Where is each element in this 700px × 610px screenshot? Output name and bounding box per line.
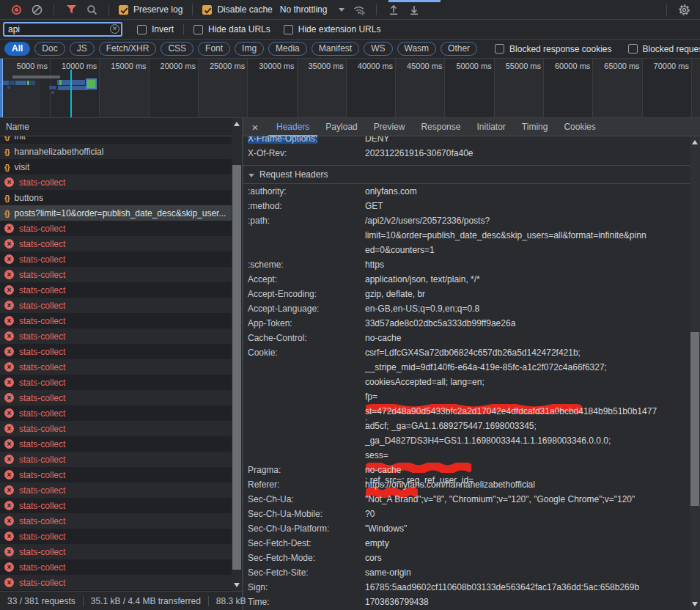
request-row[interactable]: {}posts?limit=10&order=publish_date_desc…: [0, 205, 232, 221]
request-row[interactable]: ×stats-collect: [0, 390, 232, 405]
header-row: :authority:onlyfans.com: [243, 184, 690, 199]
filter-input[interactable]: [3, 22, 122, 37]
header-row: :method:GET: [243, 199, 690, 213]
request-row[interactable]: ×stats-collect: [0, 452, 232, 467]
filter-pill-media[interactable]: Media: [268, 42, 307, 56]
invert-checkbox[interactable]: Invert: [137, 24, 174, 34]
tab-preview[interactable]: Preview: [366, 118, 413, 136]
settings-gear-icon[interactable]: [677, 3, 690, 16]
scroll-down-icon[interactable]: [692, 602, 698, 606]
request-row[interactable]: ×stats-collect: [0, 236, 232, 251]
close-icon[interactable]: ×: [249, 121, 261, 133]
filter-pill-manifest[interactable]: Manifest: [312, 42, 359, 56]
search-icon[interactable]: [85, 3, 98, 16]
record-icon[interactable]: [10, 3, 23, 16]
request-row[interactable]: ×stats-collect: [0, 575, 232, 590]
hide-data-urls-checkbox[interactable]: Hide data URLs: [194, 24, 270, 34]
header-value: cors: [365, 551, 690, 565]
header-value-line: DENY: [365, 136, 690, 146]
request-row[interactable]: ×stats-collect: [0, 375, 232, 390]
scrollbar-thumb[interactable]: [232, 165, 241, 570]
request-row[interactable]: ×stats-collect: [0, 221, 232, 236]
request-row[interactable]: ×stats-collect: [0, 405, 232, 421]
timeline-overview[interactable]: 5000 ms10000 ms15000 ms20000 ms25000 ms3…: [0, 59, 700, 118]
request-row[interactable]: ×stats-collect: [0, 174, 232, 190]
request-name: stats-collect: [19, 378, 65, 388]
filter-pill-js[interactable]: JS: [70, 42, 95, 56]
hide-extension-urls-checkbox[interactable]: Hide extension URLs: [284, 24, 381, 34]
timeline-gridline: [691, 59, 692, 117]
blocked-response-cookies-checkbox[interactable]: Blocked response cookies: [495, 44, 611, 54]
request-row[interactable]: ×stats-collect: [0, 544, 232, 559]
request-row[interactable]: ×stats-collect: [0, 298, 232, 313]
request-row[interactable]: ×stats-collect: [0, 482, 232, 498]
header-value-line: __stripe_mid=9df140f6-e64a-419e-85fc-a1c…: [365, 360, 690, 375]
tab-cookies[interactable]: Cookies: [556, 118, 603, 136]
selected-time-cursor: [70, 70, 72, 118]
request-row[interactable]: ×stats-collect: [0, 328, 232, 344]
clear-icon[interactable]: [30, 3, 43, 16]
request-row[interactable]: ×stats-collect: [0, 359, 232, 375]
header-value: no-cache: [365, 463, 690, 477]
failed-icon: ×: [4, 485, 14, 495]
request-row[interactable]: {}buttons: [0, 190, 232, 205]
request-row[interactable]: ×stats-collect: [0, 313, 232, 328]
header-name: Accept-Encoding:: [248, 287, 365, 301]
request-row[interactable]: {}hannahelizabethofficial: [0, 144, 232, 159]
header-value: "Windows": [365, 521, 690, 536]
tab-payload[interactable]: Payload: [317, 118, 365, 136]
filter-icon[interactable]: [65, 3, 78, 16]
header-value-line: 33d57ade8c02dbc5a333db99ff9ae26a: [365, 316, 690, 331]
request-row[interactable]: ×stats-collect: [0, 498, 232, 513]
preserve-log-checkbox[interactable]: Preserve log: [119, 4, 183, 15]
clear-filter-icon[interactable]: ✕: [110, 24, 119, 34]
name-column-header[interactable]: Name: [0, 118, 232, 136]
filter-pill-all[interactable]: All: [4, 42, 30, 56]
filter-pill-font[interactable]: Font: [198, 42, 230, 56]
network-conditions-icon[interactable]: [353, 3, 366, 16]
timeline-tick-label: 10000 ms: [62, 62, 97, 70]
request-row[interactable]: ×stats-collect: [0, 267, 232, 282]
blocked-requests-checkbox[interactable]: Blocked requests: [628, 44, 700, 54]
scroll-up-icon[interactable]: [234, 122, 240, 126]
filter-pill-other[interactable]: Other: [441, 42, 477, 56]
request-row[interactable]: {}init: [0, 136, 232, 144]
request-row[interactable]: ×stats-collect: [0, 513, 232, 529]
filter-pill-doc[interactable]: Doc: [34, 42, 65, 56]
request-row[interactable]: ×stats-collect: [0, 251, 232, 267]
overview-drag-handle[interactable]: [0, 59, 3, 118]
request-row[interactable]: ×stats-collect: [0, 436, 232, 452]
scroll-down-icon[interactable]: [234, 583, 240, 587]
tab-response[interactable]: Response: [413, 118, 468, 136]
checkbox-icon: [284, 25, 293, 34]
disable-cache-checkbox[interactable]: Disable cache: [202, 4, 272, 15]
scroll-up-icon[interactable]: [692, 140, 698, 144]
filter-pill-img[interactable]: Img: [235, 42, 264, 56]
export-har-icon[interactable]: [408, 3, 421, 16]
filter-pill-css[interactable]: CSS: [161, 42, 194, 56]
tab-headers[interactable]: Headers: [268, 118, 317, 136]
request-row[interactable]: ×stats-collect: [0, 344, 232, 359]
details-scrollbar[interactable]: [690, 136, 700, 610]
header-name: App-Token:: [248, 316, 365, 331]
request-row[interactable]: ×stats-collect: [0, 467, 232, 482]
filter-pill-fetch-xhr[interactable]: Fetch/XHR: [99, 42, 157, 56]
request-name: hannahelizabethofficial: [15, 147, 104, 157]
request-row[interactable]: ×stats-collect: [0, 529, 232, 544]
import-har-icon[interactable]: [387, 3, 400, 16]
request-headers-section-header[interactable]: Request Headers: [243, 165, 690, 184]
request-list-scrollbar[interactable]: [232, 118, 242, 591]
tab-timing[interactable]: Timing: [514, 118, 556, 136]
request-row[interactable]: ×stats-collect: [0, 282, 232, 298]
throttling-select[interactable]: No throttling: [280, 4, 345, 15]
request-row[interactable]: {}visit: [0, 159, 232, 174]
request-row[interactable]: ×stats-collect: [0, 421, 232, 436]
request-row[interactable]: ×stats-collect: [0, 559, 232, 575]
failed-icon: ×: [4, 439, 14, 449]
header-value-text: csrf=LdfcGX4Sa72db06824c657db26a5d142472…: [365, 348, 581, 358]
tab-initiator[interactable]: Initiator: [468, 118, 513, 136]
header-row: Sec-Fetch-Dest:empty: [243, 536, 690, 551]
scrollbar-thumb[interactable]: [690, 332, 699, 506]
filter-pill-ws[interactable]: WS: [364, 42, 392, 56]
filter-pill-wasm[interactable]: Wasm: [397, 42, 437, 56]
